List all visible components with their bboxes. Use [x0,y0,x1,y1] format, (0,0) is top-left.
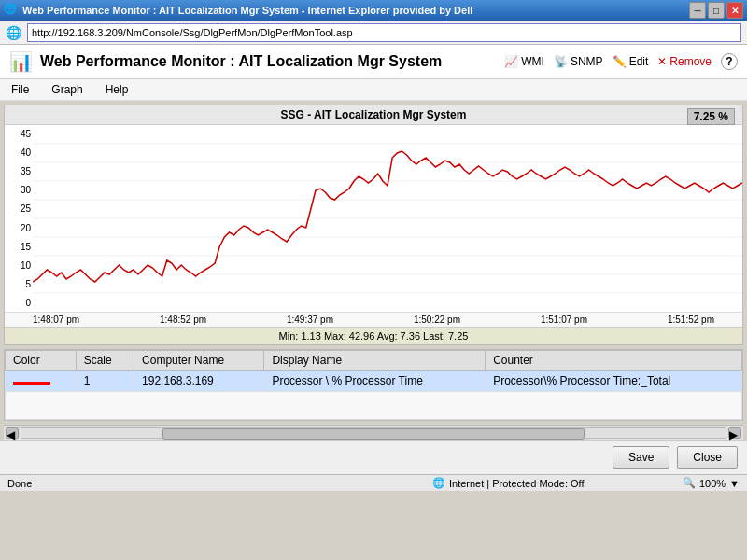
edit-button[interactable]: ✏️ Edit [613,55,649,68]
x-label-5: 1:51:52 pm [668,315,714,325]
col-scale: Scale [76,351,134,371]
remove-button[interactable]: ✕ Remove [657,55,712,68]
x-label-4: 1:51:07 pm [541,315,587,325]
status-bar: Done 🌐 Internet | Protected Mode: Off 🔍 … [0,474,747,491]
zone-text: Internet | Protected Mode: Off [449,478,585,489]
data-table: Color Scale Computer Name Display Name C… [5,350,742,420]
color-swatch-red [13,382,50,385]
y-label-45: 45 [7,129,31,139]
cell-computer-name: 192.168.3.169 [134,371,264,392]
menu-graph[interactable]: Graph [48,81,86,98]
col-display-name: Display Name [264,351,486,371]
chart-with-yaxis: 45 40 35 30 25 20 15 10 5 0 [5,125,742,312]
y-axis: 45 40 35 30 25 20 15 10 5 0 [5,125,33,312]
browser-icon: 🌐 [6,25,21,40]
cell-color [6,371,77,392]
menu-help[interactable]: Help [102,81,133,98]
close-button[interactable]: Close [677,446,738,469]
x-label-1: 1:48:52 pm [160,315,206,325]
wmi-icon: 📈 [504,55,518,68]
x-label-2: 1:49:37 pm [287,315,333,325]
bottom-bar: Save Close [0,440,747,474]
chart-area [33,125,742,312]
data-table-container: Color Scale Computer Name Display Name C… [4,349,743,421]
menu-bar: File Graph Help [0,79,747,101]
x-label-3: 1:50:22 pm [414,315,460,325]
chart-svg [33,125,742,312]
table-empty-row [6,392,742,420]
y-label-0: 0 [7,298,31,308]
status-zone: 🌐 Internet | Protected Mode: Off [345,477,670,489]
app-header-right: 📈 WMI 📡 SNMP ✏️ Edit ✕ Remove ? [504,53,738,70]
scroll-left-button[interactable]: ◀ [6,427,19,439]
app-header: 📊 Web Performance Monitor : AIT Localiza… [0,45,747,79]
chart-percent: 7.25 % [687,108,735,125]
save-button[interactable]: Save [613,446,669,469]
x-label-0: 1:48:07 pm [33,315,79,325]
table-row[interactable]: 1 192.168.3.169 Processor \ % Processor … [6,371,742,392]
stats-bar: Min: 1.13 Max: 42.96 Avg: 7.36 Last: 7.2… [5,327,742,344]
title-bar-controls: ─ □ ✕ [689,2,743,19]
horizontal-scrollbar[interactable]: ◀ ▶ [4,425,743,440]
status-done: Done [7,478,333,489]
window-close-button[interactable]: ✕ [726,2,743,19]
y-label-20: 20 [7,223,31,233]
remove-icon: ✕ [657,55,667,68]
zone-icon: 🌐 [432,477,445,489]
zoom-chevron[interactable]: ▼ [729,478,740,489]
chart-title-bar: SSG - AIT Localization Mgr System 7.25 % [5,105,742,125]
minimize-button[interactable]: ─ [689,2,706,19]
ie-icon: 🌐 [4,3,19,18]
y-label-15: 15 [7,242,31,252]
chart-title: SSG - AIT Localization Mgr System [281,108,467,121]
col-color: Color [6,351,77,371]
zoom-icon: 🔍 [683,477,696,489]
col-computer-name: Computer Name [134,351,264,371]
scroll-track [21,427,726,439]
cell-counter: Processor\% Processor Time:_Total [486,371,742,392]
y-label-10: 10 [7,260,31,271]
x-axis: 1:48:07 pm 1:48:52 pm 1:49:37 pm 1:50:22… [5,312,742,327]
cell-scale: 1 [76,371,134,392]
y-label-40: 40 [7,147,31,158]
snmp-button[interactable]: 📡 SNMP [554,55,603,68]
maximize-button[interactable]: □ [708,2,725,19]
zoom-level: 100% [699,478,726,489]
title-bar: 🌐 Web Performance Monitor : AIT Localiza… [0,0,747,21]
y-label-35: 35 [7,166,31,176]
chart-stats: Min: 1.13 Max: 42.96 Avg: 7.36 Last: 7.2… [279,330,469,342]
status-zoom: 🔍 100% ▼ [683,477,740,489]
menu-file[interactable]: File [7,81,33,98]
edit-icon: ✏️ [613,55,627,68]
scroll-right-button[interactable]: ▶ [728,427,741,439]
y-label-30: 30 [7,185,31,195]
cell-display-name: Processor \ % Processor Time [264,371,486,392]
y-label-25: 25 [7,203,31,214]
app-icon: 📊 [9,50,33,73]
scroll-thumb[interactable] [162,428,585,440]
app-title: Web Performance Monitor : AIT Localizati… [40,53,442,70]
table-header-row: Color Scale Computer Name Display Name C… [6,351,742,371]
y-label-5: 5 [7,279,31,289]
snmp-icon: 📡 [554,55,568,68]
wmi-button[interactable]: 📈 WMI [504,55,544,68]
title-bar-text: Web Performance Monitor : AIT Localizati… [22,5,689,16]
address-bar: 🌐 [0,21,747,45]
col-counter: Counter [486,351,742,371]
chart-container: SSG - AIT Localization Mgr System 7.25 %… [4,105,743,345]
app-header-left: 📊 Web Performance Monitor : AIT Localiza… [9,50,442,73]
help-button[interactable]: ? [721,53,738,70]
address-input[interactable] [27,23,741,42]
